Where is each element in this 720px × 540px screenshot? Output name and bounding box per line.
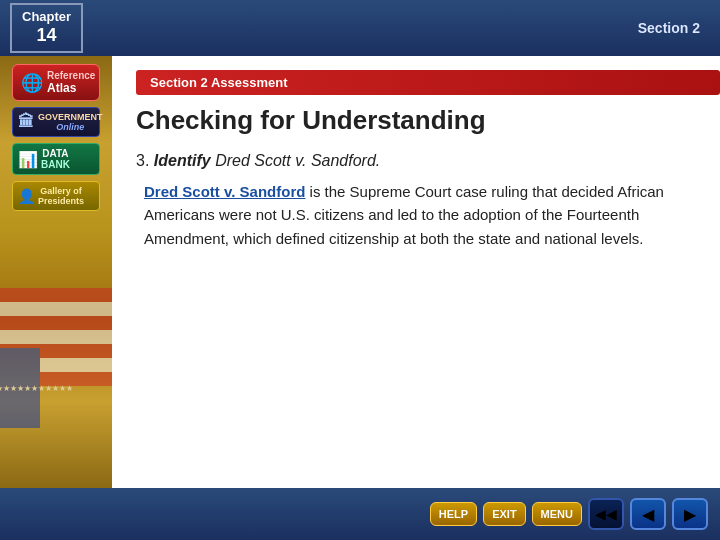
data-label: DATA [41,148,70,159]
sidebar-item-gallery-presidents[interactable]: 👤 Gallery of Presidents [12,181,100,211]
globe-icon: 🌐 [21,72,43,94]
government-icon: 🏛 [18,113,34,131]
v-sandford: v. Sandford [224,183,305,200]
bottom-bar: HELP EXIT MENU ◀◀ ◀ ▶ [0,488,720,540]
reference-label: Reference [47,70,95,81]
section-label: Section 2 [638,20,700,36]
back-arrow-icon: ◀◀ [595,506,617,522]
question-term: Dred Scott v. Sandford. [215,152,380,169]
sidebar-item-data-bank[interactable]: 📊 DATA BANK [12,143,100,175]
help-button[interactable]: HELP [430,502,477,526]
chapter-label: Chapter [22,9,71,25]
bank-label: BANK [41,159,70,170]
atlas-label: Atlas [47,81,95,95]
section-assessment-banner: Section 2 Assessment [136,70,720,95]
chapter-number: 14 [22,25,71,47]
presidents-label: Presidents [38,196,84,206]
content-area: Section 2 Assessment Checking for Unders… [112,56,720,488]
next-arrow-icon: ▶ [684,505,696,524]
next-button[interactable]: ▶ [672,498,708,530]
question-label: Identify [154,152,211,169]
data-icon: 📊 [18,150,38,169]
flag-stars: ★★★★★★★★★★★★★★★ [0,348,40,428]
president-icon: 👤 [18,188,35,204]
online-label: Online [38,122,103,132]
govt-label: GOVERNMENT [38,112,103,122]
page-wrapper: Chapter 14 Section 2 ★★★★★★★★★★★★★★★ 🌐 [0,0,720,540]
gallery-label: Gallery of [38,186,84,196]
sidebar: ★★★★★★★★★★★★★★★ 🌐 Reference Atlas 🏛 GOVE… [0,56,112,488]
flag-background: ★★★★★★★★★★★★★★★ [0,288,112,488]
menu-button[interactable]: MENU [532,502,582,526]
main-area: ★★★★★★★★★★★★★★★ 🌐 Reference Atlas 🏛 GOVE… [0,56,720,488]
exit-button[interactable]: EXIT [483,502,525,526]
dred-scott: Dred Scott [144,183,220,200]
prev-button[interactable]: ◀ [630,498,666,530]
content-body: 3. Identify Dred Scott v. Sandford. Dred… [112,152,720,266]
answer-paragraph: Dred Scott v. Sandford is the Supreme Co… [144,180,696,250]
back-button[interactable]: ◀◀ [588,498,624,530]
identify-line: 3. Identify Dred Scott v. Sandford. [136,152,696,170]
sidebar-item-reference-atlas[interactable]: 🌐 Reference Atlas [12,64,100,101]
content-title: Checking for Understanding [136,105,720,136]
chapter-box: Chapter 14 [10,3,83,52]
prev-arrow-icon: ◀ [642,505,654,524]
answer-term: Dred Scott v. Sandford [144,183,305,200]
sidebar-item-government-online[interactable]: 🏛 GOVERNMENT Online [12,107,100,137]
top-bar: Chapter 14 Section 2 [0,0,720,56]
question-number: 3. [136,152,149,169]
